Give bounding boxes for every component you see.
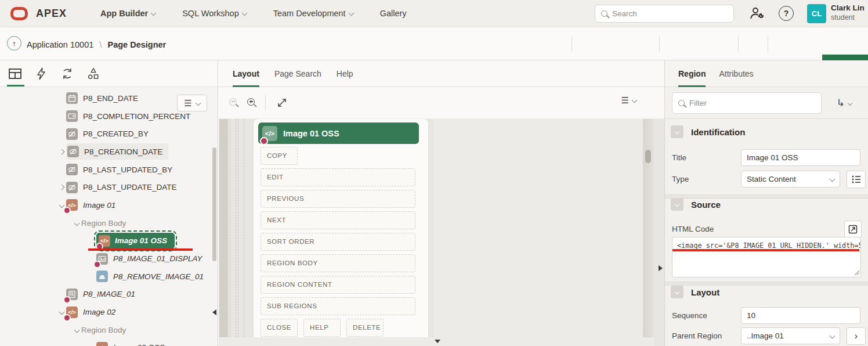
tab-region[interactable]: Region	[678, 60, 706, 87]
chevron-down-icon[interactable]	[59, 203, 64, 208]
tree-item[interactable]: </>Image 01	[0, 196, 218, 214]
tree-item[interactable]: </>Image 02	[0, 303, 218, 321]
menu-team-development[interactable]: Team Development	[273, 9, 353, 18]
search-input[interactable]	[612, 9, 711, 18]
title-field[interactable]: Image 01 OSS	[741, 149, 860, 166]
type-select[interactable]: Static Content	[741, 171, 840, 188]
static-content-icon: </>	[96, 342, 108, 346]
collapse-right-splitter-icon[interactable]	[659, 265, 663, 271]
tree-item[interactable]: P8_IMAGE_01_DISPLAY	[0, 250, 218, 268]
condition-badge	[64, 315, 70, 320]
chevron-down-icon[interactable]	[74, 220, 79, 226]
menu-app-builder[interactable]: App Builder	[100, 9, 155, 18]
breadcrumb-separator: \	[99, 39, 102, 49]
right-panel-tabs: Region Attributes	[665, 60, 868, 87]
tree-item[interactable]: P8_LAST_UPDATED_BY	[0, 161, 218, 179]
chevron-down-icon	[830, 176, 836, 182]
zoom-in-icon[interactable]	[247, 98, 255, 108]
page-designer-toolbar: ↑ Application 10001 \ Page Designer Go ↺…	[0, 27, 868, 60]
chevron-right-icon[interactable]	[59, 185, 64, 190]
select-field-icon	[66, 110, 78, 122]
file-browse-icon	[66, 289, 78, 300]
region-title: Image 01 OSS	[283, 129, 339, 138]
tab-help[interactable]: Help	[337, 60, 353, 87]
chevron-right-icon[interactable]	[59, 149, 64, 154]
collapse-section-icon[interactable]	[671, 198, 683, 211]
region-placeholder-previous[interactable]: PREVIOUS	[261, 190, 415, 208]
collapse-section-icon[interactable]	[671, 286, 683, 298]
menu-icon: ☰	[184, 98, 191, 109]
up-to-application-icon[interactable]: ↑	[7, 36, 21, 51]
menu-sql-workshop[interactable]: SQL Workshop	[182, 9, 247, 18]
region-placeholder-copy[interactable]: COPY	[261, 147, 298, 165]
global-search	[595, 5, 734, 23]
component-list-button[interactable]	[847, 171, 866, 188]
condition-badge	[64, 208, 70, 213]
region-placeholder-region-body[interactable]: REGION BODY	[261, 254, 415, 272]
region-placeholder-region-content[interactable]: REGION CONTENT	[261, 276, 415, 294]
layout-panel: Layout Page Search Help ☰	[219, 60, 664, 346]
sequence-field[interactable]: 10	[741, 307, 860, 324]
layout-menu-button[interactable]: ☰	[621, 95, 636, 106]
code-editor-expand-button[interactable]	[844, 221, 862, 238]
tree-item[interactable]: P8_REMOVE_IMAGE_01	[0, 268, 218, 286]
tab-attributes[interactable]: Attributes	[719, 60, 753, 87]
tree-item-label: Image 02 OSS	[113, 343, 165, 346]
left-scrollbar[interactable]	[212, 147, 216, 261]
admin-tools-icon[interactable]	[749, 6, 764, 21]
tab-layout[interactable]: Layout	[233, 60, 259, 87]
rendering-tree: P8_END_DATEP8_COMPLETION_PERCENTP8_CREAT…	[0, 87, 218, 346]
html-code-textarea[interactable]: <image src='&P8_IMAGE_01_URL_HIDDEN.' wi…	[672, 237, 861, 277]
user-block[interactable]: Clark Lin student	[831, 3, 865, 22]
region-header[interactable]: </> Image 01 OSS	[258, 122, 419, 144]
region-placeholder-delete[interactable]: DELETE	[346, 319, 384, 337]
scroll-down-icon[interactable]	[435, 340, 440, 343]
dynamic-actions-icon[interactable]	[34, 67, 48, 81]
resize-handle-icon[interactable]	[853, 269, 860, 276]
tree-item[interactable]: </>Image 02 OSS	[0, 339, 218, 346]
zoom-out-icon[interactable]	[229, 98, 237, 108]
center-tabs: Layout Page Search Help	[219, 60, 664, 87]
hidden-icon	[66, 182, 78, 193]
menu-gallery[interactable]: Gallery	[380, 9, 407, 18]
parent-region-select[interactable]: ..Image 01	[741, 327, 840, 344]
tree-item[interactable]: P8_CREATED_BY	[0, 125, 218, 143]
hidden-icon	[66, 128, 78, 140]
avatar[interactable]: CL	[807, 4, 826, 23]
static-content-icon: </>	[99, 235, 110, 247]
grid-column	[238, 119, 244, 346]
top-header: APEX App Builder SQL Workshop Team Devel…	[0, 0, 868, 27]
expand-icon[interactable]	[276, 97, 288, 109]
page-shared-components-icon[interactable]	[86, 67, 100, 81]
tree-item[interactable]: P8_CREATION_DATE	[0, 143, 218, 161]
canvas-scrollbar-thumb[interactable]	[645, 150, 651, 163]
region-placeholder-sort-order[interactable]: SORT ORDER	[261, 233, 415, 251]
region-placeholder-next[interactable]: NEXT	[261, 211, 415, 229]
apex-page-designer: APEX App Builder SQL Workshop Team Devel…	[0, 0, 868, 346]
region-placeholder-help[interactable]: HELP	[303, 319, 341, 337]
tree-menu-button[interactable]: ☰	[177, 95, 207, 111]
chevron-down-icon[interactable]	[74, 327, 79, 333]
processing-icon[interactable]	[60, 67, 74, 81]
tree-item[interactable]: </>Image 01 OSS	[0, 232, 218, 250]
region-placeholder-edit[interactable]: EDIT	[261, 168, 415, 186]
region-placeholder-sub-regions[interactable]: SUB REGIONS	[261, 297, 415, 315]
collapse-left-splitter-icon[interactable]	[212, 309, 216, 315]
collapse-section-icon[interactable]	[671, 125, 683, 138]
tree-item[interactable]: Region Body	[0, 214, 218, 232]
tree-item[interactable]: Region Body	[0, 321, 218, 339]
region-placeholders: COPYEDITPREVIOUSNEXTSORT ORDERREGION BOD…	[261, 147, 421, 340]
tree-item-label: Region Body	[81, 219, 126, 228]
go-to-parent-button[interactable]: ›	[847, 327, 866, 345]
rendering-tree-icon[interactable]	[8, 67, 22, 81]
breadcrumb-application[interactable]: Application 10001	[27, 40, 93, 49]
go-to-group-icon[interactable]: ↳	[837, 97, 852, 109]
help-icon[interactable]: ?	[779, 6, 794, 21]
user-name: Clark Lin	[831, 3, 865, 13]
region-placeholder-close[interactable]: CLOSE	[261, 319, 298, 337]
tab-page-search[interactable]: Page Search	[274, 60, 321, 87]
tree-item[interactable]: P8_IMAGE_01	[0, 286, 218, 304]
tree-item[interactable]: P8_LAST_UPDATE_DATE	[0, 178, 218, 196]
filter-input[interactable]	[689, 99, 805, 107]
chevron-down-icon[interactable]	[59, 309, 64, 315]
